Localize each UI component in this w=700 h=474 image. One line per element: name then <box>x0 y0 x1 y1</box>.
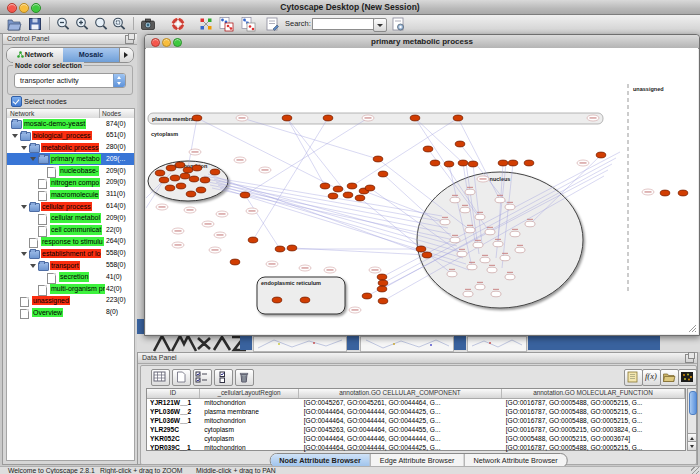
network-node[interactable] <box>159 177 169 183</box>
network-node[interactable] <box>282 115 292 121</box>
network-node[interactable] <box>455 141 465 147</box>
tree-row[interactable]: cellular metabol209(0) <box>7 212 134 224</box>
network-node[interactable] <box>200 177 210 183</box>
network-node[interactable] <box>377 274 387 280</box>
network-node[interactable] <box>444 161 454 167</box>
network-node[interactable] <box>447 271 457 277</box>
network-node[interactable] <box>463 291 473 297</box>
select-nodes-checkbox[interactable] <box>11 96 22 107</box>
network-node[interactable] <box>450 197 460 203</box>
column-header[interactable]: ID <box>147 389 200 398</box>
network-node[interactable] <box>505 274 515 280</box>
network-node[interactable] <box>525 221 535 227</box>
network-node[interactable] <box>458 160 468 166</box>
tree-row[interactable]: Overview8(0) <box>7 307 134 319</box>
tree-row[interactable]: cellular process614(0) <box>7 201 134 213</box>
tree-row[interactable]: secretion41(0) <box>7 271 134 283</box>
network-node[interactable] <box>508 160 518 166</box>
network-node[interactable] <box>498 160 508 166</box>
network-node[interactable] <box>430 160 440 166</box>
network-node[interactable] <box>467 264 477 270</box>
network-node[interactable] <box>210 169 220 175</box>
table-row[interactable]: YDR039C__1mitochondrion[GO:0044464, GO:0… <box>147 444 685 453</box>
network-node[interactable] <box>475 214 485 220</box>
tree-row[interactable]: cell communicat22(0) <box>7 224 134 236</box>
tree-row[interactable]: primary metabo209(... <box>7 153 134 165</box>
column-header[interactable]: annotation.GO CELLULAR_COMPONENT <box>299 389 502 398</box>
network-node[interactable] <box>453 115 463 121</box>
zoom-out-icon[interactable] <box>55 16 71 32</box>
network-node[interactable] <box>378 171 388 177</box>
network-node[interactable] <box>186 191 196 197</box>
unselect-attributes-icon[interactable] <box>214 369 233 386</box>
tab-network[interactable]: Network <box>7 48 63 62</box>
network-node[interactable] <box>343 192 353 198</box>
tree-row[interactable]: mosaic-demo-yeast874(0) <box>7 118 134 130</box>
resize-grip[interactable] <box>689 325 696 332</box>
table-row[interactable]: YKR052Ccytoplasm[GO:0044464, GO:0044446,… <box>147 435 685 444</box>
column-header[interactable]: annotation.GO MOLECULAR_FUNCTION <box>502 389 685 398</box>
expander-icon[interactable] <box>30 157 36 161</box>
import-attributes-icon[interactable] <box>660 369 679 386</box>
search-input[interactable] <box>312 18 374 30</box>
network-node[interactable] <box>300 297 310 303</box>
expander-icon[interactable] <box>21 252 27 256</box>
network-node[interactable] <box>410 115 420 121</box>
network-node[interactable] <box>165 185 175 191</box>
network-node[interactable] <box>180 173 190 179</box>
network-node[interactable] <box>515 247 525 253</box>
help-icon[interactable] <box>170 16 186 32</box>
tree-row[interactable]: nitrogen compo209(0) <box>7 177 134 189</box>
network-node[interactable] <box>192 165 202 171</box>
network-node[interactable] <box>416 246 426 252</box>
network-node[interactable] <box>272 297 282 303</box>
network-node[interactable] <box>347 183 357 189</box>
network-node[interactable] <box>328 193 338 199</box>
network-node[interactable] <box>155 170 165 176</box>
network-node[interactable] <box>320 183 330 189</box>
network-node[interactable] <box>493 241 503 247</box>
tree-row[interactable]: metabolic process280(0) <box>7 142 134 154</box>
scroll-down-icon[interactable] <box>688 441 696 450</box>
network-node[interactable] <box>460 207 470 213</box>
network-node[interactable] <box>473 242 483 248</box>
network-node[interactable] <box>373 156 383 162</box>
zoom-in-icon[interactable] <box>74 16 90 32</box>
tree-row[interactable]: transport558(0) <box>7 260 134 272</box>
network-node[interactable] <box>166 165 176 171</box>
attribute-grid-icon[interactable] <box>151 369 170 386</box>
network-node[interactable] <box>196 187 206 193</box>
node-color-dropdown[interactable]: transporter activity <box>14 73 126 88</box>
network-node[interactable] <box>275 246 285 252</box>
network-node[interactable] <box>491 291 501 297</box>
scrollbar-thumb[interactable] <box>689 391 697 415</box>
network-node[interactable] <box>678 190 688 196</box>
network-node[interactable] <box>192 115 202 121</box>
undock-icon[interactable] <box>125 35 134 44</box>
network-node[interactable] <box>378 298 388 304</box>
network-node[interactable] <box>423 146 433 152</box>
network-node[interactable] <box>524 160 534 166</box>
network-node[interactable] <box>175 162 185 168</box>
tree-row[interactable]: unassigned223(0) <box>7 295 134 307</box>
network-node[interactable] <box>365 185 375 191</box>
annotation-icon[interactable] <box>264 16 280 32</box>
tree-row[interactable]: nucleobase-209(0) <box>7 165 134 177</box>
network-node[interactable] <box>596 152 606 158</box>
network-node[interactable] <box>362 293 372 299</box>
network-node[interactable] <box>176 183 186 189</box>
network-node[interactable] <box>422 252 432 258</box>
network-node[interactable] <box>500 255 510 261</box>
undock-icon[interactable] <box>685 354 694 363</box>
network-node[interactable] <box>333 186 343 192</box>
network-node[interactable] <box>660 190 670 196</box>
tab-overflow-arrow[interactable] <box>119 48 133 62</box>
attribute-editor-icon[interactable] <box>624 369 643 386</box>
expander-icon[interactable] <box>21 146 27 150</box>
network-node[interactable] <box>183 167 193 173</box>
network-node[interactable] <box>355 195 365 201</box>
network-node[interactable] <box>170 175 180 181</box>
zoom-selected-icon[interactable] <box>111 16 127 32</box>
network-node[interactable] <box>475 284 485 290</box>
network-node[interactable] <box>240 192 250 198</box>
